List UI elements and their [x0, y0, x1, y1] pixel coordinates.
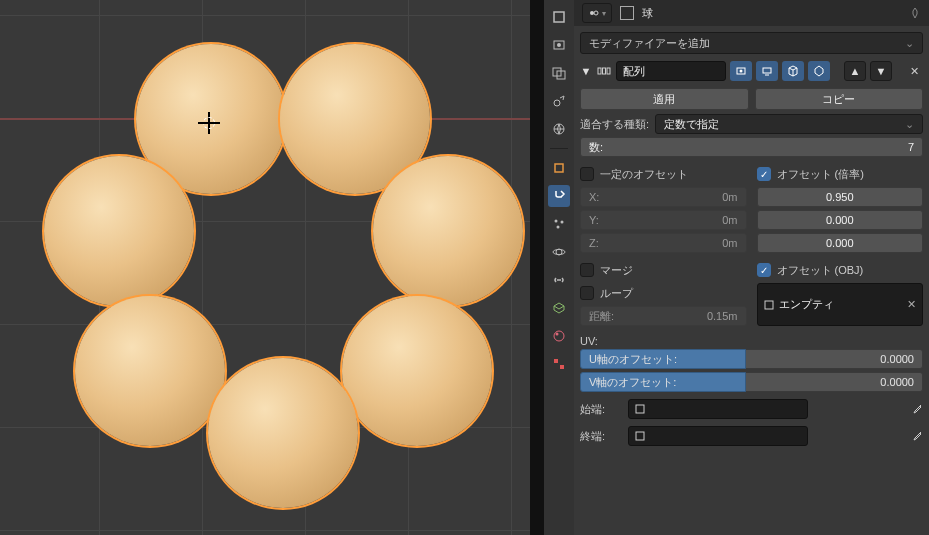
- modifier-header: ▼ 配列 ▲ ▼ ✕: [580, 58, 923, 84]
- svg-point-10: [557, 226, 560, 229]
- svg-rect-16: [560, 359, 564, 363]
- render-visibility-icon[interactable]: [730, 61, 752, 81]
- editmode-visibility-icon[interactable]: [782, 61, 804, 81]
- end-cap-label: 終端:: [580, 429, 620, 444]
- svg-point-14: [556, 333, 559, 336]
- add-modifier-dropdown[interactable]: モディファイアーを追加 ⌄: [580, 32, 923, 54]
- mesh-icon: [635, 404, 645, 414]
- relative-offset-checkbox[interactable]: ✓: [757, 167, 771, 181]
- modifier-name-field[interactable]: 配列: [616, 61, 726, 81]
- sphere-object[interactable]: [44, 156, 194, 306]
- svg-rect-15: [554, 359, 558, 363]
- svg-rect-21: [598, 68, 601, 74]
- svg-rect-29: [636, 405, 644, 413]
- constant-offset-checkbox[interactable]: [580, 167, 594, 181]
- constant-x-field[interactable]: X:0m: [580, 187, 747, 207]
- svg-point-8: [555, 220, 558, 223]
- count-field[interactable]: 数:7: [580, 137, 923, 157]
- svg-point-9: [561, 221, 564, 224]
- merge-label: マージ: [600, 263, 633, 278]
- fit-type-label: 適合する種類:: [580, 117, 649, 132]
- properties-tabs: [544, 0, 574, 535]
- start-cap-label: 始端:: [580, 402, 620, 417]
- object-offset-field[interactable]: エンプティ ✕: [757, 283, 924, 326]
- svg-point-25: [740, 70, 743, 73]
- chevron-down-icon: ⌄: [905, 37, 914, 50]
- svg-point-12: [553, 250, 565, 255]
- sphere-object[interactable]: [373, 156, 523, 306]
- merge-checkbox[interactable]: [580, 263, 594, 277]
- svg-point-13: [554, 331, 564, 341]
- svg-rect-22: [603, 68, 606, 74]
- constant-z-field[interactable]: Z:0m: [580, 233, 747, 253]
- tab-physics-icon[interactable]: [548, 241, 570, 263]
- object-offset-checkbox[interactable]: ✓: [757, 263, 771, 277]
- move-down-icon[interactable]: ▼: [870, 61, 892, 81]
- svg-rect-7: [555, 164, 563, 172]
- object-name: 球: [642, 6, 653, 21]
- loop-checkbox[interactable]: [580, 286, 594, 300]
- constant-offset-label: 一定のオフセット: [600, 167, 688, 182]
- area-divider[interactable]: [530, 0, 544, 535]
- relative-offset-label: オフセット (倍率): [777, 167, 864, 182]
- svg-point-5: [554, 100, 560, 106]
- svg-point-19: [590, 11, 594, 15]
- copy-button[interactable]: コピー: [755, 88, 924, 110]
- tab-material-icon[interactable]: [548, 325, 570, 347]
- uv-u-field-value[interactable]: 0.0000: [746, 349, 923, 369]
- properties-panel: ▾ 球 モディファイアーを追加 ⌄ ▼ 配列 ▲ ▼ ✕ 適用 コピー 適合する…: [574, 0, 929, 535]
- sphere-object[interactable]: [342, 296, 492, 446]
- tab-output-icon[interactable]: [548, 34, 570, 56]
- tab-modifier-icon[interactable]: [548, 185, 570, 207]
- clear-object-icon[interactable]: ✕: [907, 298, 916, 311]
- relative-x-field[interactable]: 0.950: [757, 187, 924, 207]
- object-offset-label: オフセット (OBJ): [777, 263, 864, 278]
- start-cap-field[interactable]: [628, 399, 808, 419]
- tab-data-icon[interactable]: [548, 297, 570, 319]
- tab-render-icon[interactable]: [548, 6, 570, 28]
- viewport-visibility-icon[interactable]: [756, 61, 778, 81]
- svg-rect-0: [554, 12, 564, 22]
- eyedropper-icon[interactable]: [903, 403, 923, 415]
- cursor-3d-icon: [198, 112, 220, 134]
- relative-z-field[interactable]: 0.000: [757, 233, 924, 253]
- tab-particles-icon[interactable]: [548, 213, 570, 235]
- svg-rect-17: [554, 365, 558, 369]
- relative-y-field[interactable]: 0.000: [757, 210, 924, 230]
- add-modifier-label: モディファイアーを追加: [589, 36, 710, 51]
- eyedropper-icon[interactable]: [903, 430, 923, 442]
- uv-v-field-value[interactable]: 0.0000: [746, 372, 923, 392]
- svg-rect-30: [636, 432, 644, 440]
- object-data-icon: [620, 6, 634, 20]
- remove-modifier-icon[interactable]: ✕: [906, 65, 923, 78]
- tab-viewlayer-icon[interactable]: [548, 62, 570, 84]
- tab-constraints-icon[interactable]: [548, 269, 570, 291]
- chevron-down-icon: ⌄: [905, 118, 914, 131]
- svg-rect-28: [765, 301, 773, 309]
- pin-icon[interactable]: [909, 7, 921, 19]
- tab-object-icon[interactable]: [548, 157, 570, 179]
- constant-y-field[interactable]: Y:0m: [580, 210, 747, 230]
- loop-label: ループ: [600, 286, 633, 301]
- tab-texture-icon[interactable]: [548, 353, 570, 375]
- tab-world-icon[interactable]: [548, 118, 570, 140]
- svg-point-20: [594, 11, 598, 15]
- end-cap-field[interactable]: [628, 426, 808, 446]
- uv-u-field-label[interactable]: U軸のオフセット:: [580, 349, 746, 369]
- context-dropdown[interactable]: ▾: [582, 3, 612, 23]
- sphere-object[interactable]: [208, 358, 358, 508]
- merge-distance-field[interactable]: 距離:0.15m: [580, 306, 747, 326]
- cage-visibility-icon[interactable]: [808, 61, 830, 81]
- uv-section-label: UV:: [580, 335, 923, 347]
- sphere-object[interactable]: [75, 296, 225, 446]
- viewport-3d[interactable]: [0, 0, 530, 535]
- mesh-icon: [635, 431, 645, 441]
- fit-type-select[interactable]: 定数で指定⌄: [655, 114, 923, 134]
- empty-object-icon: [764, 300, 774, 310]
- move-up-icon[interactable]: ▲: [844, 61, 866, 81]
- svg-rect-23: [607, 68, 610, 74]
- uv-v-field-label[interactable]: V軸のオフセット:: [580, 372, 746, 392]
- apply-button[interactable]: 適用: [580, 88, 749, 110]
- tab-scene-icon[interactable]: [548, 90, 570, 112]
- collapse-toggle-icon[interactable]: ▼: [580, 65, 592, 77]
